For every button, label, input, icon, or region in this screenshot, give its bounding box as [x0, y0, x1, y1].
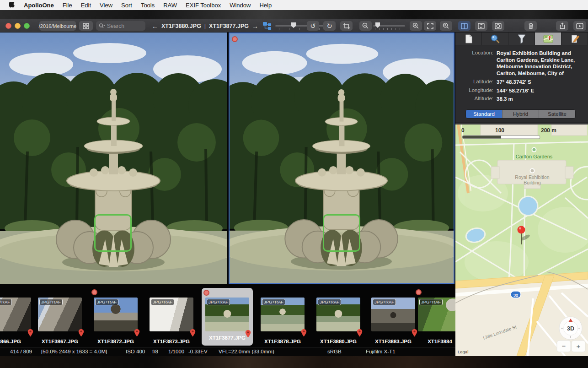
scale-label-100: 100	[495, 127, 504, 134]
next-file-arrow[interactable]: →	[252, 22, 258, 30]
grid-icon	[83, 23, 89, 29]
location-value: Royal Exhibition Building and Carlton Ga…	[497, 50, 581, 77]
swap-icon	[478, 23, 485, 29]
search-input[interactable]: Search	[96, 21, 145, 31]
status-exposure-compensation: -0.33EV	[188, 349, 208, 354]
geotag-pin-icon	[245, 330, 251, 340]
fit-to-window-button[interactable]	[424, 21, 436, 31]
location-info: Location: Royal Exhibition Building and …	[455, 45, 588, 107]
thumbnail-image: JPG+RAF	[261, 298, 305, 331]
thumbnail-filename: XT1F3880.JPG	[314, 339, 363, 344]
filmstrip-item[interactable]: JPG+RAF 3866.JPG	[0, 284, 33, 347]
slideshow-button[interactable]	[573, 21, 586, 31]
flag-dot-icon	[232, 36, 238, 42]
tab-search[interactable]	[482, 32, 508, 45]
filmstrip-item[interactable]: JPG+RAF XT1F3878.JPG	[258, 284, 307, 347]
sync-target-icon	[495, 23, 502, 29]
map-compass-3d-button[interactable]: 3D	[559, 317, 582, 340]
actual-size-button[interactable]	[440, 21, 452, 31]
map-mode-standard[interactable]: Standard	[466, 110, 502, 118]
zoom-window-button[interactable]	[24, 23, 30, 29]
folder-path-button[interactable]: /2016/Melbourne	[39, 21, 76, 31]
flag-dot-icon	[416, 289, 422, 295]
zoom-out-label: −	[562, 342, 566, 350]
tab-metadata[interactable]	[455, 32, 482, 45]
menu-item-file[interactable]: File	[63, 2, 72, 9]
share-icon	[559, 22, 566, 29]
park-label: Carlton Gardens	[516, 154, 553, 159]
tab-map-active[interactable]	[535, 32, 561, 45]
pencil-icon	[570, 34, 579, 44]
thumbnail-filename: XT1F3873.JPG	[147, 339, 196, 344]
filmstrip-item[interactable]: JPG+RAF XT1F3880.JPG	[314, 284, 363, 347]
zoom-slider-thumb[interactable]	[375, 22, 380, 28]
info-row-altitude: Altitude: 38.3 m	[455, 96, 584, 103]
menu-item-edit[interactable]: Edit	[81, 2, 91, 9]
menu-item-exif-toolbox[interactable]: EXIF Toolbox	[186, 2, 221, 9]
desktop-background-top	[0, 10, 588, 19]
minimize-window-button[interactable]	[15, 23, 21, 29]
thumbnail-image: JPG+RAF	[38, 298, 82, 331]
status-iso: ISO 400	[126, 349, 145, 354]
thumbnail-image: JPG+RAF	[316, 298, 360, 331]
map-mode-hybrid[interactable]: Hybrid	[502, 110, 539, 118]
filmstrip-item[interactable]: JPG+RAF XT1F3884	[416, 284, 455, 347]
crop-button[interactable]	[340, 21, 353, 31]
photo-pane-right-selected[interactable]	[229, 32, 454, 284]
folder-tree-icon[interactable]	[263, 22, 272, 32]
tab-filter[interactable]	[508, 32, 535, 45]
thumbnail-size-slider-thumb[interactable]	[291, 22, 296, 28]
map-zoom-in-button[interactable]: +	[572, 341, 585, 352]
thumbnail-filename: XT1F3884	[416, 339, 455, 344]
map-mode-segmented-control: Standard Hybrid Satellite	[465, 109, 576, 119]
thumbnail-image: JPG+RAF	[94, 298, 138, 331]
compare-view-button[interactable]	[458, 21, 470, 31]
browser-grid-button[interactable]	[79, 21, 93, 31]
info-row-latitude: Latitude: 37° 48.3742' S	[455, 79, 584, 86]
menu-bar: ApolloOne File Edit View Sort Tools RAW …	[0, 0, 588, 10]
filmstrip-item[interactable]: JPG+RAF XT1F3873.JPG	[147, 284, 196, 347]
zoom-out-button[interactable]	[359, 21, 372, 31]
format-badge: JPG+RAF	[262, 299, 285, 305]
share-button[interactable]	[556, 21, 568, 31]
status-bar: 414 / 809 [50.0% 2449 x 1633 = 4.0M] ISO…	[0, 347, 455, 356]
apple-menu-icon[interactable]	[9, 2, 15, 9]
filmstrip-item[interactable]: JPG+RAF XT1F3867.JPG	[36, 284, 84, 347]
menu-item-raw[interactable]: RAW	[163, 2, 177, 9]
photo-pane-left[interactable]	[0, 32, 227, 284]
status-aperture: f/8	[152, 349, 158, 354]
status-zoom-dimensions: [50.0% 2449 x 1633 = 4.0M]	[41, 349, 107, 354]
actual-size-icon	[443, 22, 449, 29]
geotag-pin-icon	[190, 329, 196, 339]
play-icon	[576, 23, 583, 29]
map-legal-link[interactable]: Legal	[458, 349, 468, 354]
close-window-button[interactable]	[5, 23, 11, 29]
thumbnail-filename: XT1F3883.JPG	[369, 339, 417, 344]
map-zoom-out-button[interactable]: −	[557, 341, 571, 352]
filmstrip-item-selected[interactable]: JPG+RAF XT1F3877.JPG	[202, 288, 253, 346]
format-badge: JPG+RAF	[207, 299, 230, 305]
menu-app-name[interactable]: ApolloOne	[24, 2, 54, 9]
zoom-in-button[interactable]	[410, 21, 422, 31]
menu-item-tools[interactable]: Tools	[141, 2, 155, 9]
sync-pan-zoom-button[interactable]	[492, 21, 504, 31]
menu-item-sort[interactable]: Sort	[121, 2, 132, 9]
menu-item-window[interactable]: Window	[230, 2, 251, 9]
filmstrip-item[interactable]: JPG+RAF XT1F3883.JPG	[369, 284, 417, 347]
map-mode-satellite[interactable]: Satellite	[539, 110, 575, 118]
prev-file-arrow[interactable]: ←	[152, 22, 158, 30]
map-view[interactable]: 32 Little Lonsdale St Carlton Gardens Ro…	[455, 124, 588, 356]
swap-images-button[interactable]	[475, 21, 487, 31]
trash-button[interactable]	[524, 21, 537, 31]
rotate-right-button[interactable]: ↻	[323, 21, 336, 31]
geotag-pin-icon	[134, 329, 140, 339]
tab-edit[interactable]	[561, 32, 588, 45]
menu-item-help[interactable]: Help	[259, 2, 272, 9]
rotate-left-button[interactable]: ↺	[307, 21, 319, 31]
building-label-line2: Building	[524, 180, 541, 185]
focus-area-box-left	[94, 214, 132, 252]
menu-item-view[interactable]: View	[100, 2, 112, 9]
status-shutter-speed: 1/1000	[168, 349, 184, 354]
filmstrip-item[interactable]: JPG+RAF XT1F3872.JPG	[91, 284, 140, 347]
map-icon	[543, 34, 553, 43]
